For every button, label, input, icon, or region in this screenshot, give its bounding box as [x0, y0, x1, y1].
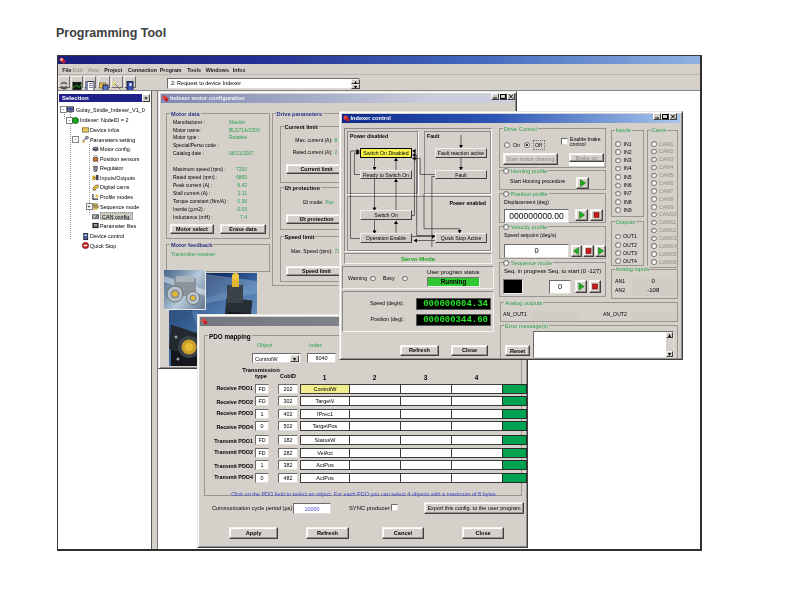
svg-text:CAN: CAN: [93, 215, 99, 219]
